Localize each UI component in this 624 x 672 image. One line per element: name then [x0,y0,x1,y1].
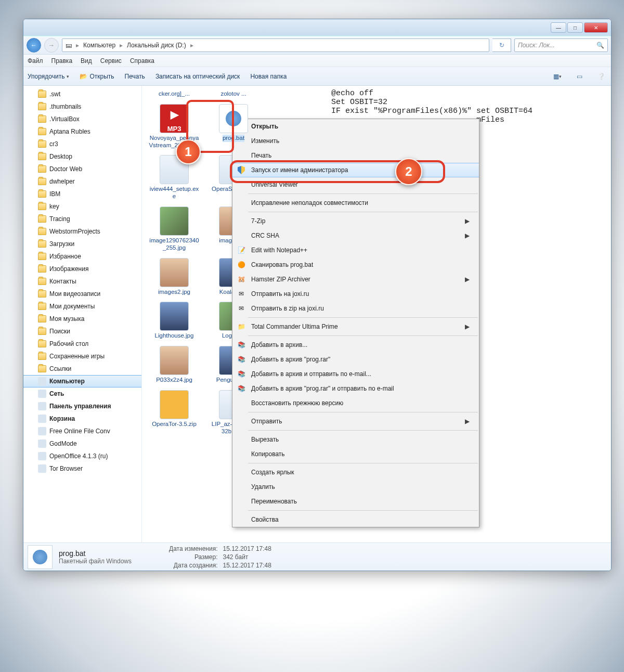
menu-file[interactable]: Файл [28,57,43,64]
context-menu-item[interactable]: 🟠Сканировать prog.bat [232,257,479,272]
minimize-button[interactable]: — [551,22,566,33]
context-menu-item[interactable]: CRC SHA▶ [232,228,479,243]
refresh-button[interactable]: ↻ [492,38,511,52]
file-item[interactable]: zolotov ... [207,89,259,98]
print-button[interactable]: Печать [125,73,145,80]
nav-back-button[interactable]: ← [27,38,41,53]
burn-disc-button[interactable]: Записать на оптический диск [155,73,240,80]
file-item[interactable]: cker.org]_... [148,89,200,98]
open-button[interactable]: 📂Открыть [80,73,114,80]
breadcrumb-drive[interactable]: Локальный диск (D:) [127,42,186,49]
context-menu-item[interactable]: Печать [232,148,479,163]
tree-item[interactable]: Ссылки [23,363,141,375]
tree-item[interactable]: Tracing [23,213,141,225]
tree-item[interactable]: Корзина [23,412,141,425]
tree-item[interactable]: Doctor Web [23,163,141,175]
context-menu-item[interactable]: Свойства [232,512,479,527]
tree-item-label: OpenOffice 4.1.3 (ru) [49,453,108,460]
tree-item[interactable]: Поиски [23,325,141,338]
context-menu-item[interactable]: 🐹Hamster ZIP Archiver▶ [232,272,479,287]
menu-edit[interactable]: Правка [51,57,73,64]
tree-item[interactable]: Tor Browser [23,462,141,475]
file-item[interactable]: Lighthouse.jpg [148,302,200,340]
context-menu-item[interactable]: 📚Добавить в архив и отправить по e-mail.… [232,367,479,381]
nav-forward-button[interactable]: → [44,38,59,53]
context-menu-item[interactable]: Вырезать [232,432,479,447]
folder-icon [38,91,46,98]
context-menu-item[interactable]: 📚Добавить в архив "prog.rar" [232,352,479,367]
context-menu-item[interactable]: Исправление неполадок совместимости [232,196,479,210]
folder-icon [38,128,46,135]
tree-item[interactable]: .thumbnails [23,100,141,113]
context-menu-item[interactable]: Отправить▶ [232,414,479,429]
menu-tools[interactable]: Сервис [100,57,122,64]
tree-item[interactable]: Компьютер [23,375,141,387]
tree-item[interactable]: Сохраненные игры [23,350,141,363]
tree-item[interactable]: Мои видеозаписи [23,288,141,300]
context-menu-item[interactable]: 📚Добавить в архив... [232,338,479,352]
view-options-button[interactable]: ▦ [552,71,563,82]
tree-item[interactable]: Панель управления [23,400,141,412]
file-item[interactable]: OperaTor-3.5.zip [148,390,200,435]
file-item[interactable]: prog.bat [207,104,259,149]
context-menu-item[interactable]: Восстановить прежнюю версию [232,396,479,410]
tree-item[interactable]: OpenOffice 4.1.3 (ru) [23,450,141,462]
context-menu-item[interactable]: 📚Добавить в архив "prog.rar" и отправить… [232,381,479,396]
tree-item[interactable]: Рабочий стол [23,338,141,350]
tree-item[interactable]: IBM [23,188,141,200]
maximize-button[interactable]: □ [567,22,583,33]
tree-item[interactable]: GodMode [23,437,141,450]
tree-item[interactable]: Free Online File Conv [23,425,141,437]
search-input[interactable]: Поиск: Лок... 🔍 [514,38,608,52]
tree-item[interactable]: Изображения [23,263,141,275]
context-menu[interactable]: ОткрытьИзменитьПечатьЗапуск от имени адм… [232,119,479,527]
tree-item[interactable]: cr3 [23,138,141,150]
folder-icon [38,253,46,260]
navigation-tree[interactable]: .swt.thumbnails.VirtualBoxAptana Rublesc… [23,86,142,542]
context-menu-item[interactable]: Открыть [232,119,479,134]
file-item[interactable]: images2.jpg [148,258,200,296]
context-menu-item[interactable]: 📁Total Commander Ultima Prime▶ [232,319,479,334]
tree-item[interactable]: key [23,200,141,213]
menu-view[interactable]: Вид [81,57,92,64]
tree-item[interactable]: Мои документы [23,300,141,313]
tree-item[interactable]: Aptana Rubles [23,125,141,138]
context-menu-item[interactable]: ✉Отправить на joxi.ru [232,287,479,301]
file-item[interactable]: P033x2z4.jpg [148,346,200,384]
breadcrumb[interactable]: 🖴 ▸ Компьютер ▸ Локальный диск (D:) ▸ [62,38,489,52]
context-menu-item[interactable]: Удалить [232,480,479,494]
context-menu-item[interactable]: Universal Viewer [232,177,479,192]
tree-item[interactable]: dwhelper [23,175,141,188]
tree-item[interactable]: Desktop [23,150,141,163]
tree-item-label: IBM [49,190,60,198]
tree-item[interactable]: Избранное [23,250,141,263]
tree-item-label: Избранное [49,253,81,260]
file-item[interactable]: image1290762340_255.jpg [148,206,200,252]
context-menu-item[interactable]: 7-Zip▶ [232,214,479,228]
close-button[interactable]: ✕ [584,22,608,33]
tree-item[interactable]: Загрузки [23,238,141,250]
tree-item[interactable]: .swt [23,88,141,100]
folder-icon [38,278,46,285]
tree-item[interactable]: Контакты [23,275,141,288]
context-menu-item[interactable]: ✉Отправить в zip на joxi.ru [232,301,479,316]
context-menu-item[interactable]: Создать ярлык [232,465,479,480]
tree-item[interactable]: Моя музыка [23,313,141,325]
context-menu-item[interactable]: Изменить [232,134,479,148]
context-menu-item[interactable]: Запуск от имени администратора [232,163,479,177]
context-menu-item[interactable]: Копировать [232,447,479,461]
breadcrumb-computer[interactable]: Компьютер [83,42,115,49]
folder-icon [38,190,46,198]
new-folder-button[interactable]: Новая папка [250,73,287,80]
menu-help[interactable]: Справка [130,57,154,64]
menu-item-label: Копировать [251,450,285,458]
tree-item[interactable]: Сеть [23,387,141,400]
organize-button[interactable]: Упорядочить [28,73,69,80]
context-menu-item[interactable]: Переименовать [232,494,479,509]
preview-pane-button[interactable]: ▭ [574,71,585,82]
tree-item[interactable]: WebstormProjects [23,225,141,238]
tree-item[interactable]: .VirtualBox [23,113,141,125]
context-menu-item[interactable]: 📝Edit with Notepad++ [232,243,479,257]
help-button[interactable]: ❔ [595,71,607,82]
menu-item-label: Отправить в zip на joxi.ru [251,305,324,312]
